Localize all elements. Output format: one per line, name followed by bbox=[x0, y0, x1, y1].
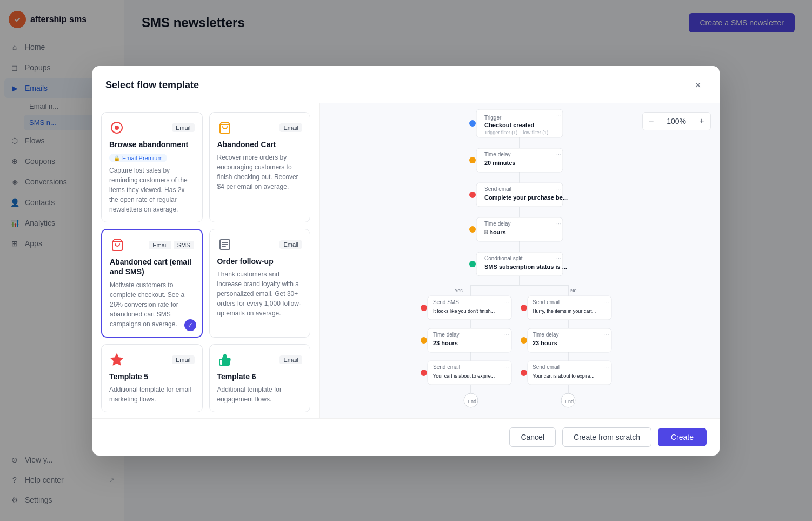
template-card-order-followup[interactable]: Email Order follow-up Thank customers an… bbox=[209, 229, 311, 337]
svg-text:···: ··· bbox=[604, 364, 609, 370]
svg-point-55 bbox=[421, 337, 427, 344]
svg-text:Your cart is about to expire..: Your cart is about to expire... bbox=[433, 373, 495, 379]
svg-text:It looks like you don't finish: It looks like you don't finish... bbox=[433, 308, 495, 314]
card-badges: Email bbox=[172, 123, 195, 132]
create-button[interactable]: Create bbox=[658, 428, 707, 446]
card-description: Thank customers and increase brand loyal… bbox=[217, 269, 303, 318]
card-description: Capture lost sales by reminding customer… bbox=[109, 166, 195, 214]
svg-point-26 bbox=[469, 226, 476, 233]
svg-text:Send email: Send email bbox=[533, 299, 560, 305]
svg-point-43 bbox=[421, 305, 427, 311]
svg-point-67 bbox=[421, 370, 427, 376]
svg-text:Trigger: Trigger bbox=[484, 115, 502, 121]
template-list: Email Browse abandonment 🔒 Email Premium… bbox=[92, 103, 320, 418]
svg-text:···: ··· bbox=[556, 112, 561, 118]
flow-diagram: Trigger Checkout created Trigger filter … bbox=[411, 104, 628, 418]
svg-text:···: ··· bbox=[556, 221, 561, 227]
flow-diagram-container: Trigger Checkout created Trigger filter … bbox=[320, 103, 720, 418]
zoom-out-button[interactable]: − bbox=[643, 113, 660, 130]
email-badge: Email bbox=[279, 240, 302, 249]
card-name: Browse abandonment bbox=[109, 140, 195, 149]
card-badges: Email bbox=[279, 240, 302, 249]
svg-text:23 hours: 23 hours bbox=[433, 340, 458, 346]
email-badge: Email bbox=[172, 355, 195, 364]
svg-text:No: No bbox=[570, 288, 577, 293]
zoom-in-button[interactable]: + bbox=[693, 113, 710, 130]
card-name: Abandoned cart (email and SMS) bbox=[110, 257, 194, 276]
svg-text:Hurry, the items in your cart.: Hurry, the items in your cart... bbox=[533, 308, 596, 314]
svg-point-48 bbox=[521, 305, 527, 311]
svg-text:Send SMS: Send SMS bbox=[433, 299, 459, 305]
svg-text:Your cart is about to expire..: Your cart is about to expire... bbox=[533, 373, 594, 379]
order-followup-icon bbox=[217, 237, 232, 252]
abandoned-cart-sms-icon bbox=[110, 238, 125, 253]
create-from-scratch-button[interactable]: Create from scratch bbox=[562, 427, 651, 447]
card-header: Email SMS bbox=[110, 238, 194, 253]
card6-icon bbox=[217, 352, 232, 367]
svg-text:End: End bbox=[468, 399, 476, 404]
svg-text:···: ··· bbox=[556, 151, 561, 157]
modal-overlay[interactable]: Select flow template × Email bbox=[0, 0, 812, 521]
svg-point-7 bbox=[469, 120, 476, 127]
svg-point-32 bbox=[469, 261, 476, 267]
cancel-button[interactable]: Cancel bbox=[509, 427, 556, 447]
svg-text:8 hours: 8 hours bbox=[484, 229, 506, 235]
svg-text:···: ··· bbox=[504, 364, 509, 370]
svg-text:···: ··· bbox=[504, 299, 509, 305]
svg-text:Complete your purchase be...: Complete your purchase be... bbox=[484, 194, 568, 201]
svg-text:···: ··· bbox=[604, 299, 609, 305]
card-header: Email bbox=[109, 352, 195, 367]
card-header: Email bbox=[217, 352, 303, 367]
card-header: Email bbox=[217, 237, 303, 252]
svg-text:23 hours: 23 hours bbox=[533, 340, 557, 346]
card-description: Recover more orders by encouraging custo… bbox=[217, 153, 303, 192]
template-card-6[interactable]: Email Template 6 Additional template for… bbox=[209, 344, 311, 412]
svg-point-60 bbox=[521, 337, 527, 344]
sms-badge: SMS bbox=[174, 241, 194, 249]
svg-text:···: ··· bbox=[504, 332, 509, 338]
email-badge: Email bbox=[279, 355, 302, 364]
browse-abandonment-icon bbox=[109, 120, 124, 135]
svg-text:End: End bbox=[565, 399, 574, 404]
email-badge: Email bbox=[279, 123, 302, 132]
svg-text:Checkout created: Checkout created bbox=[484, 122, 534, 128]
modal-footer: Cancel Create from scratch Create bbox=[92, 418, 720, 456]
premium-badge: 🔒 Email Premium bbox=[109, 154, 167, 162]
card-name: Abandoned Cart bbox=[217, 140, 303, 149]
card-badges: Email SMS bbox=[149, 241, 194, 249]
svg-text:Send email: Send email bbox=[533, 364, 560, 370]
svg-text:Send email: Send email bbox=[484, 186, 511, 192]
template-card-abandoned-cart[interactable]: Email Abandoned Cart Recover more orders… bbox=[209, 112, 311, 223]
svg-text:···: ··· bbox=[604, 332, 609, 338]
modal-header: Select flow template × bbox=[92, 66, 720, 103]
card-name: Template 6 bbox=[217, 372, 303, 381]
zoom-controls: − 100% + bbox=[642, 112, 711, 130]
svg-point-2 bbox=[115, 126, 119, 130]
selected-checkmark: ✓ bbox=[184, 319, 196, 331]
svg-text:Trigger filter (1), Flow filte: Trigger filter (1), Flow filter (1) bbox=[484, 130, 548, 135]
svg-text:SMS subscription status is ...: SMS subscription status is ... bbox=[484, 263, 567, 270]
svg-text:Time delay: Time delay bbox=[433, 332, 460, 338]
svg-point-20 bbox=[469, 192, 476, 198]
abandoned-cart-icon bbox=[217, 120, 232, 135]
email-badge: Email bbox=[149, 241, 171, 249]
template-card-5[interactable]: Email Template 5 Additional template for… bbox=[101, 344, 203, 412]
modal-title: Select flow template bbox=[105, 80, 199, 91]
svg-text:Conditional split: Conditional split bbox=[484, 255, 523, 261]
card-header: Email bbox=[109, 120, 195, 135]
svg-text:Time delay: Time delay bbox=[484, 221, 511, 227]
zoom-level: 100% bbox=[660, 113, 693, 130]
template-card-abandoned-cart-sms[interactable]: Email SMS Abandoned cart (email and SMS)… bbox=[101, 229, 203, 337]
card-description: Additional template for email marketing … bbox=[109, 385, 195, 404]
template-card-browse-abandonment[interactable]: Email Browse abandonment 🔒 Email Premium… bbox=[101, 112, 203, 223]
svg-point-14 bbox=[469, 157, 476, 163]
card-description: Additional template for engagement flows… bbox=[217, 385, 303, 404]
card-name: Order follow-up bbox=[217, 256, 303, 266]
card-badges: Email bbox=[279, 123, 302, 132]
svg-text:Time delay: Time delay bbox=[533, 332, 559, 338]
svg-text:Yes: Yes bbox=[455, 288, 463, 293]
modal-close-button[interactable]: × bbox=[689, 77, 707, 94]
card-name: Template 5 bbox=[109, 372, 195, 381]
card-description: Motivate customers to complete checkout.… bbox=[110, 280, 194, 329]
card-badges: Email bbox=[279, 355, 302, 364]
